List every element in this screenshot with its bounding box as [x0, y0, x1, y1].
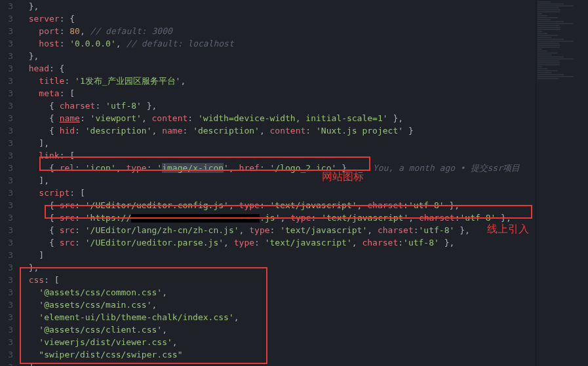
code-line[interactable]: '@assets/css/main.css',: [18, 299, 536, 311]
code-token: [18, 88, 39, 98]
code-token: ': [224, 163, 229, 173]
code-token: ,: [162, 325, 167, 335]
code-token: 'viewerjs/dist/viewer.css': [39, 337, 172, 347]
code-token: type: [234, 238, 254, 247]
code-line[interactable]: 'element-ui/lib/theme-chalk/index.css',: [18, 311, 536, 323]
code-line[interactable]: meta: [: [18, 87, 536, 100]
line-number: 3: [0, 112, 13, 124]
code-line[interactable]: css: [: [18, 274, 536, 286]
code-token: content: [270, 126, 306, 136]
code-line[interactable]: host: '0.0.0.0', // default: localhost: [18, 37, 536, 50]
code-token: },: [444, 200, 460, 210]
code-token: 'utf-8': [408, 200, 444, 210]
code-line[interactable]: script: [: [18, 187, 536, 199]
code-line[interactable]: { src: '/UEditor/ueditor.parse.js', type…: [18, 236, 536, 249]
code-line[interactable]: port: 80, // default: 3000: [18, 25, 536, 37]
minimap[interactable]: [536, 0, 588, 366]
code-token: charset: [378, 225, 414, 235]
code-line[interactable]: { src: '/UEditor/lang/zh-cn/zh-cn.js', t…: [18, 224, 536, 236]
code-token: ,: [172, 337, 178, 347]
code-line[interactable]: ],: [18, 137, 536, 149]
code-line[interactable]: title: '1发布_产业园区服务平台',: [18, 75, 536, 87]
code-token: :: [60, 39, 70, 48]
code-token: 'viewport': [90, 113, 142, 123]
code-token: server: [29, 14, 60, 24]
code-line[interactable]: { hid: 'description', name: 'description…: [18, 124, 536, 137]
code-token: 80: [69, 26, 80, 36]
line-number: 3: [0, 137, 13, 149]
code-line[interactable]: { src: 'https://.js', type: 'text/javasc…: [18, 211, 536, 224]
code-token: },: [142, 101, 157, 111]
line-number: 3: [0, 187, 13, 199]
code-token: type: [126, 163, 146, 173]
line-number: 3: [0, 299, 13, 311]
code-token: hid: [60, 126, 75, 136]
code-line[interactable]: head: {: [18, 62, 536, 75]
code-token: :: [311, 213, 322, 223]
code-token: '1发布_产业园区服务平台': [75, 76, 180, 86]
code-line[interactable]: link: [: [18, 149, 536, 162]
code-token: ],: [18, 138, 49, 148]
line-number: 3: [0, 124, 13, 137]
code-token: 'Nuxt.js project': [316, 126, 403, 136]
code-token: {: [18, 113, 60, 123]
code-token: ,: [142, 113, 152, 123]
code-line[interactable]: "swiper/dist/css/swiper.css": [18, 348, 536, 361]
code-line[interactable]: ],: [18, 174, 536, 187]
code-token: :: [403, 200, 408, 210]
code-editor[interactable]: 333333333333333333333333333333 }, server…: [0, 0, 588, 366]
code-token: charset: [60, 101, 96, 111]
code-line[interactable]: '@assets/css/common.css',: [18, 286, 536, 299]
code-token: '@assets/css/client.css': [39, 325, 162, 335]
code-token: rel: [60, 163, 75, 173]
minimap-content: [538, 1, 587, 80]
line-number: 3: [0, 62, 13, 75]
code-line[interactable]: ],: [18, 361, 536, 366]
code-token: image/x-icon: [162, 163, 224, 173]
code-token: [18, 312, 39, 322]
code-line[interactable]: { rel: 'icon', type: 'image/x-icon', hre…: [18, 162, 536, 174]
code-token: '@assets/css/common.css': [39, 287, 162, 297]
code-area[interactable]: }, server: { port: 80, // default: 3000 …: [18, 0, 536, 366]
line-number: 3: [0, 162, 13, 174]
code-token: type: [249, 225, 269, 235]
code-token: 'text/javascript': [265, 238, 352, 247]
code-line[interactable]: ]: [18, 249, 536, 261]
code-line[interactable]: { charset: 'utf-8' },: [18, 100, 536, 112]
code-token: ,: [224, 238, 234, 247]
line-number: 3: [0, 50, 13, 62]
code-token: :: [147, 163, 157, 173]
code-line[interactable]: { name: 'viewport', content: 'width=devi…: [18, 112, 536, 124]
code-token: '0.0.0.0': [69, 39, 115, 48]
code-line[interactable]: '@assets/css/client.css',: [18, 323, 536, 336]
code-token: 'element-ui/lib/theme-chalk/index.css': [39, 312, 233, 322]
code-token: :: [64, 76, 75, 86]
code-token: :: [60, 26, 70, 36]
code-token: // default: localhost: [126, 39, 233, 48]
code-token: 'description': [85, 126, 152, 136]
code-token: type: [290, 213, 311, 223]
line-number: 3: [0, 211, 13, 224]
code-line[interactable]: server: {: [18, 12, 536, 25]
code-token: '@assets/css/main.css': [39, 300, 151, 310]
code-token: :: [182, 126, 193, 136]
code-line[interactable]: },: [18, 261, 536, 274]
code-token: '/logo_2.ico': [270, 163, 337, 173]
code-token: 'https://: [85, 213, 131, 223]
code-line[interactable]: 'viewerjs/dist/viewer.css',: [18, 336, 536, 348]
code-token: ,: [180, 76, 186, 86]
line-number-gutter: 333333333333333333333333333333: [0, 0, 18, 366]
code-token: src: [60, 225, 75, 235]
code-token: ,: [80, 26, 90, 36]
line-number: 3: [0, 149, 13, 162]
code-line[interactable]: },: [18, 0, 536, 12]
code-token: },: [388, 113, 403, 123]
code-token: : [: [60, 151, 75, 160]
code-token: :: [305, 126, 316, 136]
code-token: [18, 26, 39, 36]
code-line[interactable]: },: [18, 50, 536, 62]
code-line[interactable]: { src: '/UEditor/ueditor.config.js', typ…: [18, 199, 536, 211]
code-token: '/UEditor/lang/zh-cn/zh-cn.js': [85, 225, 239, 235]
line-number: 3: [0, 348, 13, 361]
code-token: script: [39, 188, 69, 198]
